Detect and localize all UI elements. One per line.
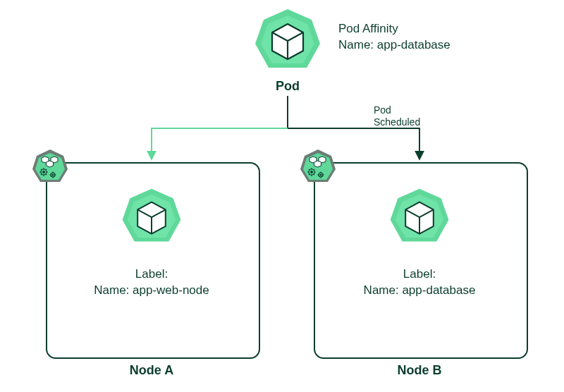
svg-line-44 [314, 169, 314, 170]
node-a-title: Node A [46, 363, 257, 378]
svg-point-36 [311, 171, 313, 173]
svg-marker-9 [47, 161, 54, 167]
node-b-label-line2: Name: app-database [314, 283, 525, 299]
node-b-label-line1: Label: [314, 267, 525, 283]
node-b-label-text: Label: Name: app-database [314, 267, 525, 299]
svg-line-43 [309, 174, 309, 175]
svg-line-19 [46, 169, 47, 170]
diagram-canvas: Pod Pod Affinity Name: app-database Pod … [0, 0, 564, 392]
svg-line-17 [46, 174, 47, 175]
svg-point-46 [320, 174, 321, 176]
pod-scheduled-label: Pod Scheduled [374, 104, 420, 128]
node-b-badge-icon [299, 148, 337, 186]
sched-line1: Pod [374, 104, 420, 116]
sched-line2: Scheduled [374, 116, 420, 128]
svg-point-21 [52, 174, 54, 176]
node-a-label-line2: Name: app-web-node [46, 283, 257, 299]
svg-line-18 [41, 174, 42, 175]
svg-marker-34 [314, 161, 321, 167]
svg-point-11 [43, 171, 45, 173]
node-a-label-line1: Label: [46, 267, 257, 283]
node-a-label-text: Label: Name: app-web-node [46, 267, 257, 299]
node-b-title: Node B [314, 363, 525, 378]
node-a-badge-icon [31, 148, 69, 186]
svg-line-16 [41, 169, 42, 170]
svg-line-41 [309, 169, 309, 170]
svg-line-42 [314, 174, 314, 175]
node-a-pod-icon [120, 187, 183, 250]
node-b-pod-icon [388, 187, 451, 250]
